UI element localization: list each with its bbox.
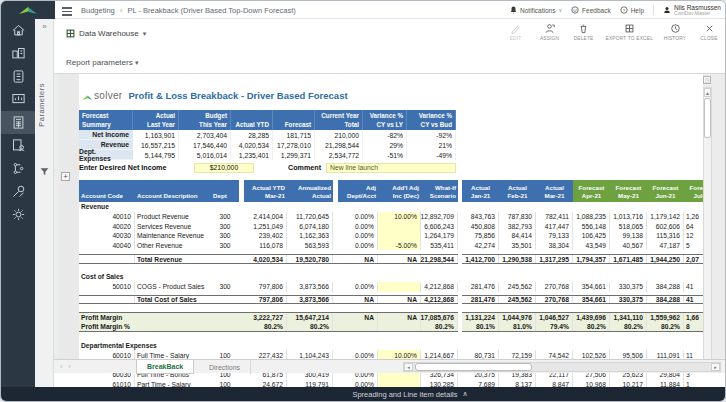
document-user-icon — [11, 138, 26, 153]
popout-icon[interactable]: ◳ — [703, 76, 711, 84]
parameters-label[interactable]: Parameters — [37, 83, 46, 127]
account-description-cell: Other Revenue — [135, 241, 211, 251]
dept-cell: 300 — [211, 282, 239, 292]
scroll-up-icon[interactable]: ▲ — [704, 88, 711, 97]
month-value-cell: 281,476 — [462, 282, 499, 292]
sidebar-item-home[interactable] — [1, 19, 35, 42]
feedback-button[interactable]: Feedback — [571, 6, 611, 14]
history-button[interactable]: HISTORY — [663, 23, 687, 41]
month-value-cell: 1,439,696 — [573, 313, 610, 322]
adj-cell[interactable]: 0.00% — [338, 241, 378, 251]
sidebar-item-tools[interactable] — [1, 180, 35, 203]
vertical-scrollbar[interactable]: ▲ ▼ — [703, 87, 712, 371]
scroll-left-icon[interactable]: ◂ — [404, 363, 413, 371]
adj-cell[interactable]: 0.00% — [338, 282, 378, 292]
organization-icon — [11, 46, 26, 61]
sidebar-item-report-device[interactable] — [1, 65, 35, 88]
dept-cell: 300 — [211, 231, 239, 241]
sheet-scroll-arrows[interactable]: ‹› — [60, 363, 77, 370]
close-button[interactable]: CLOSE — [697, 23, 721, 41]
actual-ytd-cell: 239,402 — [244, 231, 287, 241]
addl-adj-cell[interactable] — [378, 282, 421, 292]
solver-swoosh-icon — [81, 94, 93, 101]
horizontal-scrollbar[interactable]: ◂ ▸ — [403, 362, 721, 372]
addl-adj-cell — [378, 322, 421, 331]
section-label: Cost of Sales — [79, 272, 458, 282]
breadcrumb-root[interactable]: Budgeting — [81, 6, 115, 15]
menu-icon[interactable] — [62, 5, 72, 18]
spreading-details-bar[interactable]: Spreading and Line item details ∧ — [1, 387, 725, 401]
tab-breakback[interactable]: BreakBack — [136, 360, 194, 374]
desired-net-income-label: Enter Desired Net Income — [79, 163, 194, 172]
sidebar-item-workflow[interactable] — [1, 157, 35, 180]
sidebar-item-document-user[interactable] — [1, 134, 35, 157]
grid-row-months — [462, 202, 703, 212]
adj-cell[interactable]: 0.00% — [338, 212, 378, 222]
month-value-cell: 1,559,962 — [647, 313, 684, 322]
addl-adj-cell[interactable] — [378, 231, 421, 241]
actual-ytd-cell: 4,020,534 — [244, 255, 287, 263]
addl-adj-cell: NA — [378, 296, 421, 304]
help-button[interactable]: ? Help — [620, 6, 644, 14]
account-description-cell: Services Revenue — [135, 221, 211, 231]
sidebar-item-calculator[interactable] — [1, 111, 35, 134]
export-to-excel-button[interactable]: EXPORT TO EXCEL — [606, 23, 653, 41]
annualized-cell: 19,520,780 — [287, 255, 333, 263]
top-bar-divider — [653, 5, 654, 15]
month-value-cell: 38,304 — [536, 241, 573, 251]
summary-value: 5,144,795 — [133, 150, 179, 160]
summary-value: 1,299,371 — [273, 150, 315, 160]
action-label: EXPORT TO EXCEL — [606, 36, 653, 41]
addl-adj-cell[interactable] — [378, 221, 421, 231]
desired-net-income-input[interactable]: $210,000 — [194, 163, 254, 173]
app-logo[interactable] — [1, 1, 55, 19]
report-parameters-toggle[interactable]: Report parameters ▾ — [66, 58, 138, 67]
month-value-cell: 1,046,527 — [536, 313, 573, 322]
outline-expand-button[interactable]: + — [61, 172, 70, 181]
month-value-cell: 106,425 — [573, 231, 610, 241]
summary-row: Dept. Expenses5,144,7955,016,0141,235,40… — [79, 150, 456, 160]
summary-value: -92% — [407, 130, 456, 140]
month-value-cell: 787,830 — [499, 212, 536, 222]
sidebar-item-presentation[interactable] — [1, 88, 35, 111]
month-value-cell: 450,808 — [462, 221, 499, 231]
summary-value: -82% — [363, 130, 407, 140]
what-if-cell: 21,298,544 — [421, 255, 458, 263]
horizontal-scroll-thumb[interactable] — [415, 363, 532, 371]
grid-row: Revenue — [79, 202, 458, 212]
month-value-cell: 1,412,700 — [462, 255, 499, 263]
report-actions: EDITASSIGNDELETEEXPORT TO EXCELHISTORYCL… — [504, 23, 721, 41]
scroll-right-icon[interactable]: ▸ — [711, 363, 720, 371]
grid-column-header: AnnualizedActual — [287, 180, 333, 202]
month-value-cell: 417,447 — [536, 221, 573, 231]
data-warehouse-selector[interactable]: Data Warehouse▾ — [66, 29, 146, 38]
actual-ytd-cell: 797,806 — [244, 282, 287, 292]
sidebar-item-settings[interactable] — [1, 203, 35, 226]
comment-input[interactable]: New line launch — [326, 163, 456, 173]
sidebar-item-organization[interactable] — [1, 42, 35, 65]
parameters-expand-icon[interactable]: » — [35, 22, 54, 31]
content-area: Data Warehouse▾ EDITASSIGNDELETEEXPORT T… — [54, 19, 725, 387]
addl-adj-cell[interactable]: 10.00% — [378, 212, 421, 222]
assign-button[interactable]: ASSIGN — [538, 23, 562, 41]
tab-directions[interactable]: Directions — [199, 360, 251, 374]
grid-row-months — [462, 272, 703, 282]
month-value-cell: 81.0% — [499, 322, 536, 331]
summary-value: 21% — [407, 140, 456, 150]
addl-adj-cell[interactable]: -5.00% — [378, 241, 421, 251]
grid-row: 40030Maintenance Revenue300239,4021,162,… — [79, 231, 458, 241]
delete-button[interactable]: DELETE — [572, 23, 596, 41]
account-code-cell — [79, 296, 135, 304]
adj-cell[interactable]: 0.00% — [338, 221, 378, 231]
grid-row-months: 281,476245,562270,768354,661330,375384,2… — [462, 282, 703, 292]
parameters-panel: » Parameters — [35, 19, 54, 387]
close-icon — [704, 23, 715, 34]
vertical-scroll-thumb[interactable] — [704, 98, 711, 138]
adj-cell[interactable]: 0.00% — [338, 231, 378, 241]
month-value-cell: 41 — [684, 282, 703, 292]
summary-row: Net Income1,163,9012,703,40428,285181,71… — [79, 130, 456, 140]
month-value-cell: 1,131,224 — [462, 313, 499, 322]
notifications-menu[interactable]: Notifications∨ — [510, 6, 562, 14]
user-menu[interactable]: Nils Rasmussen ComDev Master — [663, 4, 721, 17]
report-toolbar: Data Warehouse▾ EDITASSIGNDELETEEXPORT T… — [54, 19, 725, 53]
